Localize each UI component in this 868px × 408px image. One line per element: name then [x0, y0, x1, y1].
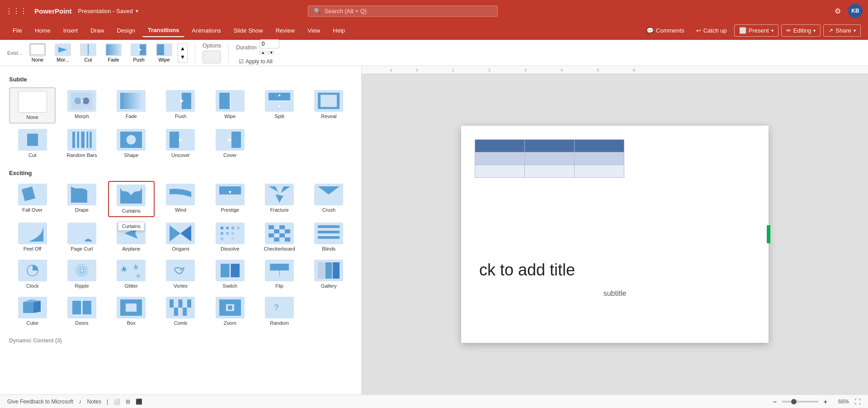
- user-avatar[interactable]: KB: [848, 4, 863, 18]
- ribbon-wipe-item[interactable]: Wipe: [152, 42, 176, 64]
- menu-review[interactable]: Review: [270, 24, 301, 37]
- editing-button[interactable]: ✏ Editing ▾: [781, 24, 821, 37]
- menu-file[interactable]: File: [7, 24, 28, 37]
- fit-slide-icon[interactable]: ⛶: [854, 398, 861, 405]
- trans-zoom-icon: [216, 297, 245, 318]
- trans-shape[interactable]: Shape: [108, 126, 155, 161]
- ribbon-fade-label: Fade: [108, 57, 119, 62]
- green-tab[interactable]: [767, 225, 770, 243]
- comments-button[interactable]: 💬 Comments: [642, 25, 689, 36]
- trans-prestige[interactable]: Prestige: [207, 181, 253, 217]
- slide[interactable]: ck to add title subtitle: [461, 126, 769, 343]
- duration-up[interactable]: ▲: [259, 50, 266, 55]
- transitions-panel: Subtle None: [0, 66, 362, 394]
- trans-randombars[interactable]: Random Bars: [58, 126, 105, 161]
- menu-home[interactable]: Home: [29, 24, 56, 37]
- trans-zoom[interactable]: Zoom: [207, 294, 253, 328]
- trans-clock[interactable]: Clock: [9, 257, 56, 291]
- trans-origami[interactable]: Origami: [157, 220, 204, 254]
- menu-insert[interactable]: Insert: [58, 24, 84, 37]
- duration-input[interactable]: [259, 39, 279, 48]
- trans-blinds[interactable]: Blinds: [306, 220, 352, 254]
- apply-all-button[interactable]: ☑ Apply to All: [236, 57, 279, 66]
- svg-rect-113: [23, 302, 33, 313]
- trans-morph[interactable]: Morph: [58, 87, 105, 123]
- trans-cut[interactable]: Cut: [9, 126, 56, 161]
- trans-cover-label: Cover: [223, 152, 236, 158]
- trans-peeloff[interactable]: Peel Off: [9, 220, 56, 254]
- trans-reveal[interactable]: Reveal: [306, 87, 352, 123]
- svg-rect-90: [318, 236, 340, 239]
- trans-vortex-label: Vortex: [174, 283, 188, 289]
- trans-cube[interactable]: Cube: [9, 294, 56, 328]
- feedback-label[interactable]: Give Feedback to Microsoft: [7, 399, 73, 405]
- trans-wind[interactable]: Wind: [157, 181, 204, 217]
- reading-view-icon[interactable]: ⬛: [136, 399, 142, 405]
- trans-ripple[interactable]: Ripple: [58, 257, 105, 291]
- duration-spinner[interactable]: ▲ ▼: [259, 48, 279, 55]
- trans-vortex[interactable]: Vortex: [157, 257, 204, 291]
- trans-fracture[interactable]: Fracture: [256, 181, 302, 217]
- trans-comb[interactable]: Comb: [157, 294, 204, 328]
- trans-box[interactable]: Box: [108, 294, 155, 328]
- menu-draw[interactable]: Draw: [85, 24, 109, 37]
- title-bar: ⋮⋮⋮ PowerPoint Presentation - Saved ▾ 🔍 …: [0, 0, 868, 22]
- zoom-slider[interactable]: [782, 401, 818, 403]
- ribbon-options-icon[interactable]: [203, 51, 221, 63]
- search-box[interactable]: 🔍: [308, 5, 498, 17]
- trans-crush[interactable]: Crush: [306, 181, 352, 217]
- svg-rect-73: [221, 232, 223, 235]
- trans-dissolve[interactable]: Dissolve: [207, 220, 253, 254]
- duration-down[interactable]: ▼: [268, 50, 274, 55]
- trans-wipe[interactable]: Wipe: [207, 87, 253, 123]
- slide-sorter-icon[interactable]: ⊞: [126, 399, 130, 405]
- menu-slideshow[interactable]: Slide Show: [228, 24, 269, 37]
- trans-switch[interactable]: Switch: [207, 257, 253, 291]
- trans-blinds-icon: [314, 223, 343, 244]
- ribbon-fade-item[interactable]: Fade: [102, 42, 125, 64]
- share-button[interactable]: ↗ Share ▾: [823, 24, 861, 37]
- waffle-icon[interactable]: ⋮⋮⋮: [5, 7, 27, 15]
- ribbon-push-item[interactable]: Push: [127, 42, 151, 64]
- trans-origami-icon: [166, 223, 195, 244]
- trans-fallover[interactable]: Fall Over: [9, 181, 56, 217]
- trans-push[interactable]: Push: [157, 87, 204, 123]
- trans-fade[interactable]: Fade: [108, 87, 155, 123]
- menu-help[interactable]: Help: [327, 24, 350, 37]
- trans-flip[interactable]: Flip: [256, 257, 302, 291]
- normal-view-icon[interactable]: ⬜: [113, 399, 120, 405]
- trans-gallery[interactable]: Gallery: [306, 257, 352, 291]
- svg-rect-35: [81, 132, 85, 148]
- trans-curtains[interactable]: Curtains Curtains: [108, 181, 155, 217]
- title-chevron[interactable]: ▾: [136, 8, 138, 14]
- trans-uncover[interactable]: Uncover: [157, 126, 204, 161]
- zoom-out-button[interactable]: −: [773, 398, 777, 405]
- trans-peeloff-label: Peel Off: [24, 246, 42, 251]
- menu-design[interactable]: Design: [112, 24, 141, 37]
- ribbon-morph-item[interactable]: Mor...: [51, 42, 75, 64]
- trans-none[interactable]: None: [9, 87, 56, 123]
- trans-random[interactable]: ? Random: [256, 294, 302, 328]
- trans-cover[interactable]: Cover: [207, 126, 253, 161]
- trans-doors[interactable]: Doors: [58, 294, 105, 328]
- trans-drape[interactable]: Drape: [58, 181, 105, 217]
- trans-split[interactable]: Split: [256, 87, 302, 123]
- trans-glitter[interactable]: Glitter: [108, 257, 155, 291]
- menu-view[interactable]: View: [302, 24, 326, 37]
- search-input[interactable]: [325, 8, 492, 14]
- trans-airplane[interactable]: Airplane: [108, 220, 155, 254]
- ribbon-scroll-button[interactable]: ▲▼: [178, 43, 188, 63]
- ribbon-push-label: Push: [133, 57, 144, 62]
- menu-animations[interactable]: Animations: [186, 24, 226, 37]
- zoom-level[interactable]: 66%: [833, 399, 849, 405]
- catchup-button[interactable]: ↩ Catch up: [692, 25, 731, 36]
- zoom-in-button[interactable]: +: [824, 398, 827, 405]
- trans-checkerboard[interactable]: Checkerboard: [256, 220, 302, 254]
- present-button[interactable]: ⬜ Present ▾: [734, 24, 778, 37]
- menu-transitions[interactable]: Transitions: [142, 24, 184, 37]
- settings-button[interactable]: ⚙: [832, 5, 844, 17]
- notes-label[interactable]: Notes: [87, 399, 101, 405]
- trans-pagecurl[interactable]: Page Curl: [58, 220, 105, 254]
- ribbon-none-item[interactable]: None: [26, 42, 49, 64]
- ribbon-cut-item[interactable]: Cut: [76, 42, 100, 64]
